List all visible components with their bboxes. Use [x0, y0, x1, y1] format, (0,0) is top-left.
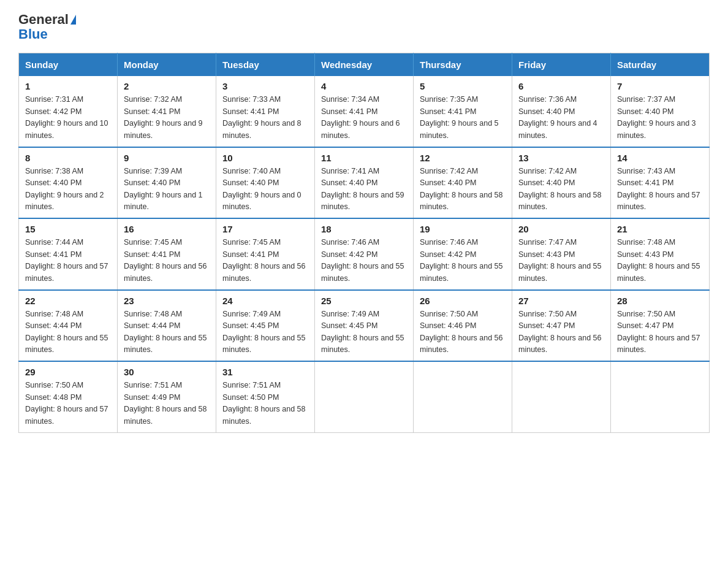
day-number: 13 [518, 153, 604, 163]
day-number: 3 [222, 81, 308, 91]
day-number: 22 [25, 296, 111, 306]
day-number: 6 [518, 81, 604, 91]
calendar-week-4: 22Sunrise: 7:48 AMSunset: 4:44 PMDayligh… [19, 290, 710, 362]
calendar-cell: 7Sunrise: 7:37 AMSunset: 4:40 PMDaylight… [611, 76, 710, 147]
day-number: 4 [321, 81, 407, 91]
calendar-cell: 5Sunrise: 7:35 AMSunset: 4:41 PMDaylight… [414, 76, 512, 147]
day-number: 26 [420, 296, 506, 306]
day-info: Sunrise: 7:48 AMSunset: 4:43 PMDaylight:… [617, 237, 703, 285]
calendar-cell: 10Sunrise: 7:40 AMSunset: 4:40 PMDayligh… [216, 147, 315, 219]
calendar-cell: 1Sunrise: 7:31 AMSunset: 4:42 PMDaylight… [19, 76, 118, 147]
day-number: 8 [25, 153, 111, 163]
day-info: Sunrise: 7:50 AMSunset: 4:48 PMDaylight:… [25, 380, 111, 427]
day-info: Sunrise: 7:46 AMSunset: 4:42 PMDaylight:… [420, 237, 506, 285]
day-info: Sunrise: 7:33 AMSunset: 4:41 PMDaylight:… [222, 94, 308, 142]
day-info: Sunrise: 7:42 AMSunset: 4:40 PMDaylight:… [518, 166, 604, 213]
calendar-cell: 17Sunrise: 7:45 AMSunset: 4:41 PMDayligh… [216, 218, 315, 290]
day-info: Sunrise: 7:35 AMSunset: 4:41 PMDaylight:… [420, 94, 506, 142]
calendar-cell: 19Sunrise: 7:46 AMSunset: 4:42 PMDayligh… [414, 218, 512, 290]
header-wednesday: Wednesday [315, 53, 414, 77]
day-number: 24 [222, 296, 308, 306]
calendar-cell: 2Sunrise: 7:32 AMSunset: 4:41 PMDaylight… [118, 76, 216, 147]
calendar-cell: 26Sunrise: 7:50 AMSunset: 4:46 PMDayligh… [414, 290, 512, 362]
calendar-header-row: SundayMondayTuesdayWednesdayThursdayFrid… [19, 53, 710, 77]
calendar-cell: 20Sunrise: 7:47 AMSunset: 4:43 PMDayligh… [512, 218, 611, 290]
calendar-week-3: 15Sunrise: 7:44 AMSunset: 4:41 PMDayligh… [19, 218, 710, 290]
calendar-cell: 11Sunrise: 7:41 AMSunset: 4:40 PMDayligh… [315, 147, 414, 219]
day-info: Sunrise: 7:51 AMSunset: 4:50 PMDaylight:… [222, 380, 308, 427]
day-info: Sunrise: 7:48 AMSunset: 4:44 PMDaylight:… [124, 308, 210, 356]
calendar-cell: 6Sunrise: 7:36 AMSunset: 4:40 PMDaylight… [512, 76, 611, 147]
day-info: Sunrise: 7:42 AMSunset: 4:40 PMDaylight:… [420, 166, 506, 213]
day-info: Sunrise: 7:37 AMSunset: 4:40 PMDaylight:… [617, 94, 703, 142]
day-number: 18 [321, 224, 407, 234]
day-info: Sunrise: 7:51 AMSunset: 4:49 PMDaylight:… [124, 380, 210, 427]
calendar-cell: 4Sunrise: 7:34 AMSunset: 4:41 PMDaylight… [315, 76, 414, 147]
calendar-cell: 31Sunrise: 7:51 AMSunset: 4:50 PMDayligh… [216, 361, 315, 432]
calendar-cell: 25Sunrise: 7:49 AMSunset: 4:45 PMDayligh… [315, 290, 414, 362]
calendar-cell: 14Sunrise: 7:43 AMSunset: 4:41 PMDayligh… [611, 147, 710, 219]
day-info: Sunrise: 7:40 AMSunset: 4:40 PMDaylight:… [222, 166, 308, 213]
day-info: Sunrise: 7:48 AMSunset: 4:44 PMDaylight:… [25, 308, 111, 356]
calendar-table: SundayMondayTuesdayWednesdayThursdayFrid… [18, 53, 710, 433]
header-tuesday: Tuesday [216, 53, 315, 77]
calendar-cell: 8Sunrise: 7:38 AMSunset: 4:40 PMDaylight… [19, 147, 118, 219]
day-info: Sunrise: 7:49 AMSunset: 4:45 PMDaylight:… [321, 308, 407, 356]
day-info: Sunrise: 7:31 AMSunset: 4:42 PMDaylight:… [25, 94, 111, 142]
day-number: 5 [420, 81, 506, 91]
day-number: 10 [222, 153, 308, 163]
calendar-cell [611, 361, 710, 432]
day-info: Sunrise: 7:50 AMSunset: 4:46 PMDaylight:… [420, 308, 506, 356]
day-number: 21 [617, 224, 703, 234]
logo: General Blue [18, 12, 76, 42]
calendar-cell: 22Sunrise: 7:48 AMSunset: 4:44 PMDayligh… [19, 290, 118, 362]
calendar-cell: 30Sunrise: 7:51 AMSunset: 4:49 PMDayligh… [118, 361, 216, 432]
day-info: Sunrise: 7:41 AMSunset: 4:40 PMDaylight:… [321, 166, 407, 213]
day-number: 25 [321, 296, 407, 306]
day-info: Sunrise: 7:36 AMSunset: 4:40 PMDaylight:… [518, 94, 604, 142]
calendar-week-5: 29Sunrise: 7:50 AMSunset: 4:48 PMDayligh… [19, 361, 710, 432]
page-header: General Blue [18, 12, 710, 42]
logo-general: General [18, 12, 69, 27]
calendar-week-2: 8Sunrise: 7:38 AMSunset: 4:40 PMDaylight… [19, 147, 710, 219]
day-number: 9 [124, 153, 210, 163]
day-number: 15 [25, 224, 111, 234]
calendar-cell: 13Sunrise: 7:42 AMSunset: 4:40 PMDayligh… [512, 147, 611, 219]
header-thursday: Thursday [414, 53, 512, 77]
day-info: Sunrise: 7:50 AMSunset: 4:47 PMDaylight:… [617, 308, 703, 356]
day-number: 1 [25, 81, 111, 91]
day-number: 31 [222, 367, 308, 377]
calendar-cell [315, 361, 414, 432]
day-info: Sunrise: 7:32 AMSunset: 4:41 PMDaylight:… [124, 94, 210, 142]
day-number: 27 [518, 296, 604, 306]
day-number: 28 [617, 296, 703, 306]
day-number: 12 [420, 153, 506, 163]
header-sunday: Sunday [19, 53, 118, 77]
day-info: Sunrise: 7:34 AMSunset: 4:41 PMDaylight:… [321, 94, 407, 142]
calendar-cell: 3Sunrise: 7:33 AMSunset: 4:41 PMDaylight… [216, 76, 315, 147]
calendar-cell: 23Sunrise: 7:48 AMSunset: 4:44 PMDayligh… [118, 290, 216, 362]
day-info: Sunrise: 7:47 AMSunset: 4:43 PMDaylight:… [518, 237, 604, 285]
day-number: 2 [124, 81, 210, 91]
header-saturday: Saturday [611, 53, 710, 77]
day-info: Sunrise: 7:45 AMSunset: 4:41 PMDaylight:… [222, 237, 308, 285]
calendar-week-1: 1Sunrise: 7:31 AMSunset: 4:42 PMDaylight… [19, 76, 710, 147]
day-info: Sunrise: 7:50 AMSunset: 4:47 PMDaylight:… [518, 308, 604, 356]
calendar-cell: 21Sunrise: 7:48 AMSunset: 4:43 PMDayligh… [611, 218, 710, 290]
calendar-cell: 29Sunrise: 7:50 AMSunset: 4:48 PMDayligh… [19, 361, 118, 432]
day-number: 30 [124, 367, 210, 377]
calendar-cell: 27Sunrise: 7:50 AMSunset: 4:47 PMDayligh… [512, 290, 611, 362]
calendar-cell: 18Sunrise: 7:46 AMSunset: 4:42 PMDayligh… [315, 218, 414, 290]
calendar-cell [512, 361, 611, 432]
day-number: 23 [124, 296, 210, 306]
day-info: Sunrise: 7:46 AMSunset: 4:42 PMDaylight:… [321, 237, 407, 285]
calendar-cell: 12Sunrise: 7:42 AMSunset: 4:40 PMDayligh… [414, 147, 512, 219]
day-info: Sunrise: 7:44 AMSunset: 4:41 PMDaylight:… [25, 237, 111, 285]
day-number: 20 [518, 224, 604, 234]
day-number: 19 [420, 224, 506, 234]
day-number: 29 [25, 367, 111, 377]
calendar-cell: 16Sunrise: 7:45 AMSunset: 4:41 PMDayligh… [118, 218, 216, 290]
calendar-cell: 9Sunrise: 7:39 AMSunset: 4:40 PMDaylight… [118, 147, 216, 219]
day-number: 16 [124, 224, 210, 234]
logo-blue: Blue [18, 26, 48, 42]
